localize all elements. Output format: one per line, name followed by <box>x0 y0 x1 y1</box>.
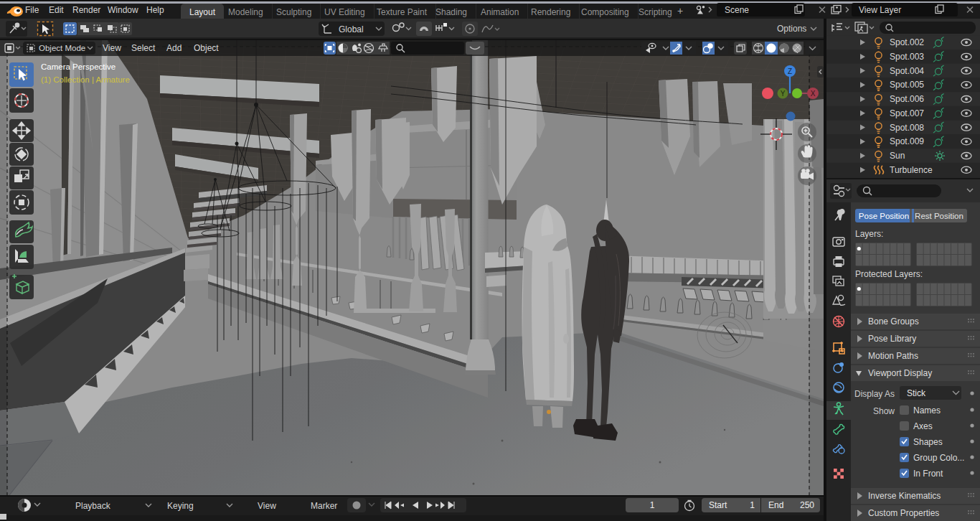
svg-text:Spot.006: Spot.006 <box>890 94 924 104</box>
svg-text:Spot.003: Spot.003 <box>890 52 924 62</box>
svg-text:Inverse Kinematics: Inverse Kinematics <box>868 491 941 501</box>
svg-text:Keying: Keying <box>167 501 194 511</box>
svg-text:Turbulence: Turbulence <box>890 165 933 175</box>
svg-text:Show: Show <box>873 406 895 416</box>
svg-text:Stick: Stick <box>907 388 926 398</box>
svg-text:Spot.004: Spot.004 <box>890 66 924 76</box>
svg-text:Y: Y <box>781 90 786 98</box>
svg-text:Add: Add <box>166 43 182 53</box>
svg-text:Spot.005: Spot.005 <box>890 80 924 90</box>
svg-text:Spot.008: Spot.008 <box>890 123 924 133</box>
svg-text:Layers:: Layers: <box>855 229 883 239</box>
svg-text:Viewport Display: Viewport Display <box>868 368 932 378</box>
svg-text:View: View <box>103 43 121 53</box>
svg-text:Marker: Marker <box>311 501 337 511</box>
svg-text:Spot.002: Spot.002 <box>890 37 924 47</box>
svg-text:Z: Z <box>788 67 792 75</box>
svg-text:Names: Names <box>913 405 941 416</box>
svg-text:In Front: In Front <box>913 469 943 479</box>
svg-text:X: X <box>811 90 816 98</box>
svg-text:Pose Library: Pose Library <box>868 334 916 344</box>
svg-text:Axes: Axes <box>913 421 933 431</box>
svg-text:View: View <box>258 501 276 511</box>
svg-text:Rest Position: Rest Position <box>915 212 963 220</box>
svg-text:Select: Select <box>131 43 156 53</box>
svg-text:Motion Paths: Motion Paths <box>868 351 918 361</box>
svg-text:Object Mode: Object Mode <box>39 44 85 52</box>
svg-text:Protected Layers:: Protected Layers: <box>855 269 923 279</box>
svg-text:Bone Groups: Bone Groups <box>868 316 919 327</box>
svg-text:Custom Properties: Custom Properties <box>868 508 939 518</box>
svg-text:Sun: Sun <box>890 151 905 161</box>
svg-text:Group Colo...: Group Colo... <box>913 453 964 463</box>
svg-text:Shapes: Shapes <box>913 437 943 447</box>
svg-text:Pose Position: Pose Position <box>859 212 909 220</box>
svg-text:Spot.009: Spot.009 <box>890 136 924 146</box>
svg-text:Spot.007: Spot.007 <box>890 108 924 118</box>
svg-text:Global: Global <box>339 24 364 34</box>
svg-text:Object: Object <box>194 43 219 53</box>
svg-text:Playback: Playback <box>75 501 111 511</box>
svg-text:Display As: Display As <box>854 389 895 399</box>
